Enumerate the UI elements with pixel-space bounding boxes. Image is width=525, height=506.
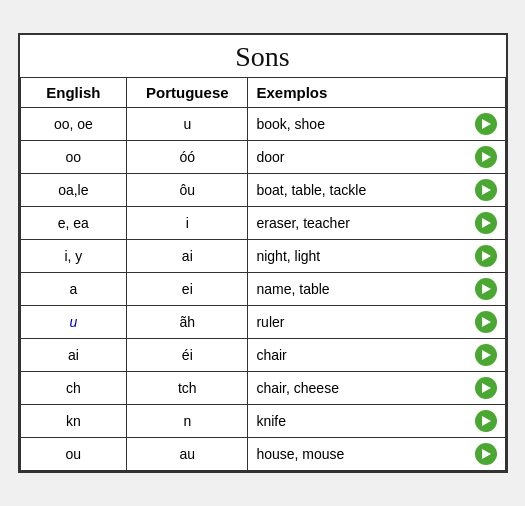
cell-english: a: [20, 273, 127, 306]
cell-english: u: [20, 306, 127, 339]
cell-exemplos: house, mouse: [248, 438, 505, 471]
exemplos-text: chair, cheese: [256, 380, 470, 396]
cell-portuguese: tch: [127, 372, 248, 405]
cell-english: oo: [20, 141, 127, 174]
cell-exemplos: chair: [248, 339, 505, 372]
play-button[interactable]: [475, 212, 497, 234]
exemplos-text: chair: [256, 347, 470, 363]
exemplos-text: knife: [256, 413, 470, 429]
cell-exemplos: book, shoe: [248, 108, 505, 141]
exemplos-text: night, light: [256, 248, 470, 264]
table-row: aeiname, table: [20, 273, 505, 306]
table-row: ooóódoor: [20, 141, 505, 174]
exemplos-text: boat, table, tackle: [256, 182, 470, 198]
cell-portuguese: u: [127, 108, 248, 141]
play-button[interactable]: [475, 410, 497, 432]
cell-english: oa,le: [20, 174, 127, 207]
cell-portuguese: éi: [127, 339, 248, 372]
exemplos-text: house, mouse: [256, 446, 470, 462]
exemplos-text: book, shoe: [256, 116, 470, 132]
cell-english: i, y: [20, 240, 127, 273]
cell-exemplos: night, light: [248, 240, 505, 273]
cell-portuguese: óó: [127, 141, 248, 174]
exemplos-text: door: [256, 149, 470, 165]
exemplos-text: ruler: [256, 314, 470, 330]
exemplos-text: eraser, teacher: [256, 215, 470, 231]
play-button[interactable]: [475, 278, 497, 300]
play-button[interactable]: [475, 245, 497, 267]
table-row: oo, oeubook, shoe: [20, 108, 505, 141]
play-button[interactable]: [475, 113, 497, 135]
cell-portuguese: ai: [127, 240, 248, 273]
cell-english: ai: [20, 339, 127, 372]
cell-english: ch: [20, 372, 127, 405]
cell-exemplos: name, table: [248, 273, 505, 306]
english-text: u: [69, 314, 77, 330]
cell-exemplos: chair, cheese: [248, 372, 505, 405]
table-row: ouauhouse, mouse: [20, 438, 505, 471]
table-row: oa,leôuboat, table, tackle: [20, 174, 505, 207]
sounds-table: English Portuguese Exemplos oo, oeubook,…: [20, 77, 506, 471]
cell-portuguese: ôu: [127, 174, 248, 207]
header-english: English: [20, 78, 127, 108]
header-portuguese: Portuguese: [127, 78, 248, 108]
play-button[interactable]: [475, 344, 497, 366]
cell-english: ou: [20, 438, 127, 471]
header-exemplos: Exemplos: [248, 78, 505, 108]
cell-english: oo, oe: [20, 108, 127, 141]
cell-portuguese: au: [127, 438, 248, 471]
play-button[interactable]: [475, 443, 497, 465]
cell-exemplos: knife: [248, 405, 505, 438]
cell-exemplos: boat, table, tackle: [248, 174, 505, 207]
cell-portuguese: ei: [127, 273, 248, 306]
table-row: i, yainight, light: [20, 240, 505, 273]
table-row: uãhruler: [20, 306, 505, 339]
cell-portuguese: ãh: [127, 306, 248, 339]
main-container: Sons English Portuguese Exemplos oo, oeu…: [18, 33, 508, 473]
exemplos-text: name, table: [256, 281, 470, 297]
play-button[interactable]: [475, 146, 497, 168]
play-button[interactable]: [475, 179, 497, 201]
cell-portuguese: i: [127, 207, 248, 240]
cell-exemplos: door: [248, 141, 505, 174]
cell-english: e, ea: [20, 207, 127, 240]
cell-exemplos: ruler: [248, 306, 505, 339]
play-button[interactable]: [475, 311, 497, 333]
play-button[interactable]: [475, 377, 497, 399]
cell-portuguese: n: [127, 405, 248, 438]
cell-english: kn: [20, 405, 127, 438]
table-header-row: English Portuguese Exemplos: [20, 78, 505, 108]
page-title: Sons: [20, 35, 506, 77]
table-row: knnknife: [20, 405, 505, 438]
cell-exemplos: eraser, teacher: [248, 207, 505, 240]
table-row: e, eaieraser, teacher: [20, 207, 505, 240]
table-row: chtchchair, cheese: [20, 372, 505, 405]
table-row: aiéichair: [20, 339, 505, 372]
